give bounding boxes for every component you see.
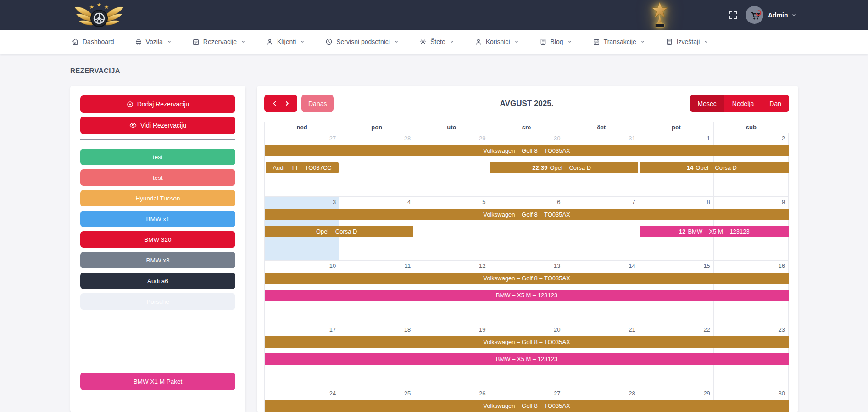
- reservation-admin-page: { "navbar": { "brand": {"logo": "winged-…: [0, 0, 868, 412]
- calendar-event-bmw-x5-m-123123[interactable]: BMW – X5 M – 123123: [265, 353, 789, 365]
- menu-item-label: Servisni podsetnici: [336, 38, 390, 45]
- chevron-down-icon: [300, 39, 305, 44]
- calendar-event-audi-tt-to037cc[interactable]: Audi – TT – TO037CC: [266, 162, 339, 173]
- vehicle-button-audi-a6[interactable]: Audi a6: [80, 273, 235, 289]
- day-cell[interactable]: 6: [489, 197, 564, 260]
- day-number: 23: [779, 326, 785, 333]
- home-icon: [72, 38, 79, 45]
- calendar-event-bmw-x5-m-123123[interactable]: BMW – X5 M – 123123: [265, 290, 789, 301]
- user-menu[interactable]: Admin: [768, 0, 796, 30]
- day-number: 31: [629, 135, 635, 142]
- day-header-pon: pon: [339, 122, 414, 133]
- vehicle-button-test[interactable]: test: [80, 149, 235, 165]
- calendar-week-row: 3456789Volkswagen – Golf 8 – TO035AXOpel…: [265, 197, 789, 261]
- calendar-event-volkswagen-golf-8-to035ax[interactable]: Volkswagen – Golf 8 – TO035AX: [265, 400, 789, 412]
- event-title: Volkswagen – Golf 8 – TO035AX: [483, 147, 570, 154]
- day-header-sub: sub: [714, 122, 789, 133]
- day-number: 15: [703, 262, 710, 269]
- chevron-down-icon: [791, 12, 796, 17]
- day-number: 17: [329, 326, 336, 333]
- today-button[interactable]: Danas: [301, 95, 334, 112]
- menu-item-servisni-podsetnici[interactable]: Servisni podsetnici: [325, 38, 399, 45]
- menu-item-label: Dashboard: [83, 38, 114, 45]
- day-header-et: čet: [564, 122, 639, 133]
- calendar-event-volkswagen-golf-8-to035ax[interactable]: Volkswagen – Golf 8 – TO035AX: [265, 209, 789, 220]
- chevron-down-icon: [241, 39, 245, 44]
- vehicle-button-hyundai-tucson[interactable]: Hyundai Tucson: [80, 190, 235, 206]
- event-title: BMW – X5 M – 123123: [688, 228, 749, 235]
- chevron-down-icon: [514, 39, 519, 44]
- vehicle-button-bmw-x1[interactable]: BMW x1: [80, 211, 235, 227]
- menu-item-korisnici[interactable]: Korisnici: [475, 38, 519, 45]
- day-cell[interactable]: 28: [339, 133, 414, 196]
- calendar-event-bmw-x5-m-123123[interactable]: 12BMW – X5 M – 123123: [640, 226, 789, 237]
- vehicle-button-bmw-x3[interactable]: BMW x3: [80, 252, 235, 268]
- winged-wheel-logo[interactable]: [73, 2, 125, 28]
- calendar-event-volkswagen-golf-8-to035ax[interactable]: Volkswagen – Golf 8 – TO035AX: [265, 273, 789, 284]
- day-number: 27: [554, 390, 560, 397]
- vehicle-button-bmw-x1-m-paket[interactable]: BMW X1 M Paket: [80, 373, 235, 390]
- chevron-down-icon: [394, 39, 399, 44]
- calendar-event-volkswagen-golf-8-to035ax[interactable]: Volkswagen – Golf 8 – TO035AX: [265, 145, 789, 156]
- clock-icon: [325, 38, 333, 45]
- menu-item-klijenti[interactable]: Klijenti: [266, 38, 305, 45]
- view-button-nedelja[interactable]: Nedelja: [724, 95, 762, 112]
- menu-item-dashboard[interactable]: Dashboard: [72, 38, 114, 45]
- calendar-event-opel-corsa-d[interactable]: Opel – Corsa D –: [265, 226, 413, 237]
- menu-item-transakcije[interactable]: Transakcije: [593, 38, 645, 45]
- day-cell[interactable]: 7: [564, 197, 639, 260]
- day-cell[interactable]: 5: [414, 197, 489, 260]
- vehicle-button-bmw-320[interactable]: BMW 320: [80, 231, 235, 248]
- day-header-ned: ned: [265, 122, 339, 133]
- reservation-sidebar: Dodaj Rezervaciju Vidi Rezervaciju testt…: [70, 86, 245, 412]
- chevron-down-icon: [167, 39, 172, 44]
- avatar[interactable]: [746, 6, 763, 24]
- event-title: Volkswagen – Golf 8 – TO035AX: [483, 402, 570, 409]
- menu-item-label: Vozila: [146, 38, 163, 45]
- view-switcher: MesecNedeljaDan: [690, 95, 789, 112]
- day-number: 28: [404, 135, 411, 142]
- day-number: 26: [479, 390, 485, 397]
- day-header-pet: pet: [639, 122, 714, 133]
- calendar-week-row: 272829303112Volkswagen – Golf 8 – TO035A…: [265, 133, 789, 197]
- file-icon: [666, 38, 673, 45]
- event-time: 14: [687, 164, 693, 171]
- view-button-dan[interactable]: Dan: [762, 95, 789, 112]
- file-icon: [540, 38, 547, 45]
- calendar-nav-group: [264, 95, 297, 112]
- view-button-mesec[interactable]: Mesec: [690, 95, 724, 112]
- calendar-week-row: 17181920212223Volkswagen – Golf 8 – TO03…: [265, 324, 789, 388]
- calendar-icon: [593, 38, 600, 45]
- view-reservation-button[interactable]: Vidi Rezervaciju: [80, 117, 235, 134]
- day-number: 5: [482, 199, 485, 206]
- menu-item-izve-taji[interactable]: Izveštaji: [666, 38, 709, 45]
- day-cell[interactable]: 29: [414, 133, 489, 196]
- add-reservation-button[interactable]: Dodaj Rezervaciju: [80, 95, 235, 113]
- day-number: 29: [479, 135, 485, 142]
- vehicle-button-test[interactable]: test: [80, 169, 235, 186]
- vehicle-button-porsche[interactable]: Porsche: [80, 293, 235, 310]
- event-title: Opel – Corsa D –: [316, 228, 362, 235]
- event-title: Opel – Corsa D –: [696, 164, 741, 171]
- calendar-event-opel-corsa-d[interactable]: 22:39Opel – Corsa D –: [490, 162, 638, 173]
- day-number: 24: [329, 390, 336, 397]
- eye-icon: [129, 122, 137, 129]
- fullscreen-icon[interactable]: [728, 10, 738, 20]
- gear-icon: [419, 38, 427, 45]
- day-number: 11: [405, 262, 411, 269]
- menu-item-rezervacije[interactable]: Rezervacije: [192, 38, 245, 45]
- menu-item-tete[interactable]: Štete: [419, 38, 454, 45]
- menu-item-blog[interactable]: Blog: [540, 38, 572, 45]
- day-header-sre: sre: [489, 122, 564, 133]
- chevron-left-icon[interactable]: [272, 100, 278, 106]
- day-number: 10: [329, 262, 336, 269]
- calendar-event-volkswagen-golf-8-to035ax[interactable]: Volkswagen – Golf 8 – TO035AX: [265, 336, 789, 348]
- calendar-event-opel-corsa-d[interactable]: 14Opel – Corsa D –: [640, 162, 789, 173]
- top-navbar: Admin: [0, 0, 868, 30]
- calendar-week-row: 10111213141516Volkswagen – Golf 8 – TO03…: [265, 261, 789, 324]
- menu-item-label: Rezervacije: [203, 38, 237, 45]
- chevron-right-icon[interactable]: [284, 100, 290, 106]
- menu-item-vozila[interactable]: Vozila: [135, 38, 172, 45]
- day-number: 22: [703, 326, 710, 333]
- plus-circle-icon: [127, 101, 134, 108]
